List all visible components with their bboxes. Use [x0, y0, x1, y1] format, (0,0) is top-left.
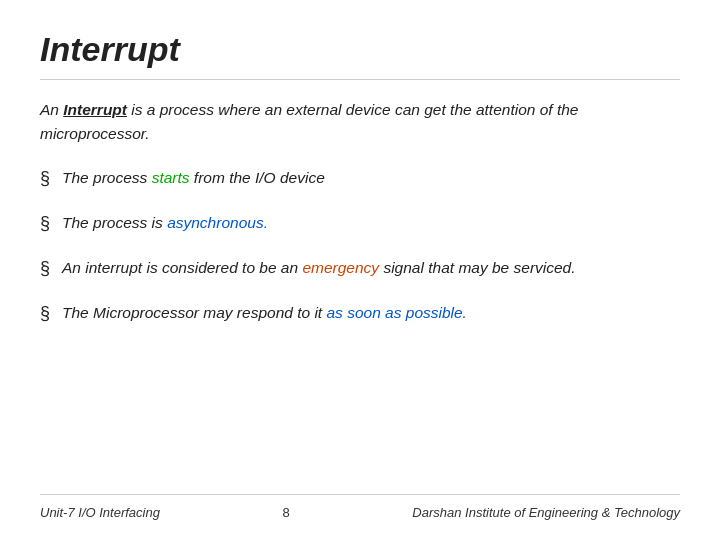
slide-footer: Unit-7 I/O Interfacing 8 Darshan Institu…: [40, 494, 680, 520]
bullet-1-colored: starts: [152, 169, 190, 186]
bullet-2-colored: asynchronous.: [167, 214, 268, 231]
intro-paragraph: An Interrupt is a process where an exter…: [40, 98, 680, 146]
bullet-item-3: § An interrupt is considered to be an em…: [40, 256, 680, 283]
bullet-symbol-1: §: [40, 165, 50, 193]
title-divider: [40, 79, 680, 80]
footer-left: Unit-7 I/O Interfacing: [40, 505, 160, 520]
bullet-text-2: The process is asynchronous.: [62, 211, 680, 235]
bullet-1-after: from the I/O device: [190, 169, 325, 186]
bullet-symbol-4: §: [40, 300, 50, 328]
slide-title: Interrupt: [40, 30, 680, 69]
bullet-3-colored: emergency: [302, 259, 379, 276]
bullet-3-before: An interrupt is considered to be an: [62, 259, 302, 276]
bullet-1-before: The process: [62, 169, 152, 186]
footer-page-number: 8: [283, 505, 290, 520]
bullet-text-3: An interrupt is considered to be an emer…: [62, 256, 680, 280]
bullet-4-colored: as soon as possible.: [326, 304, 466, 321]
bullet-text-4: The Microprocessor may respond to it as …: [62, 301, 680, 325]
bullet-text-1: The process starts from the I/O device: [62, 166, 680, 190]
bullet-3-after: signal that may be serviced.: [379, 259, 575, 276]
bullet-4-before: The Microprocessor may respond to it: [62, 304, 326, 321]
bullet-item-4: § The Microprocessor may respond to it a…: [40, 301, 680, 328]
bullet-symbol-3: §: [40, 255, 50, 283]
bullet-2-before: The process is: [62, 214, 167, 231]
bullet-item-1: § The process starts from the I/O device: [40, 166, 680, 193]
slide-container: Interrupt An Interrupt is a process wher…: [0, 0, 720, 540]
bullet-list: § The process starts from the I/O device…: [40, 166, 680, 494]
intro-prefix: An: [40, 101, 63, 118]
bullet-symbol-2: §: [40, 210, 50, 238]
footer-right: Darshan Institute of Engineering & Techn…: [412, 505, 680, 520]
intro-highlight: Interrupt: [63, 101, 127, 118]
bullet-item-2: § The process is asynchronous.: [40, 211, 680, 238]
